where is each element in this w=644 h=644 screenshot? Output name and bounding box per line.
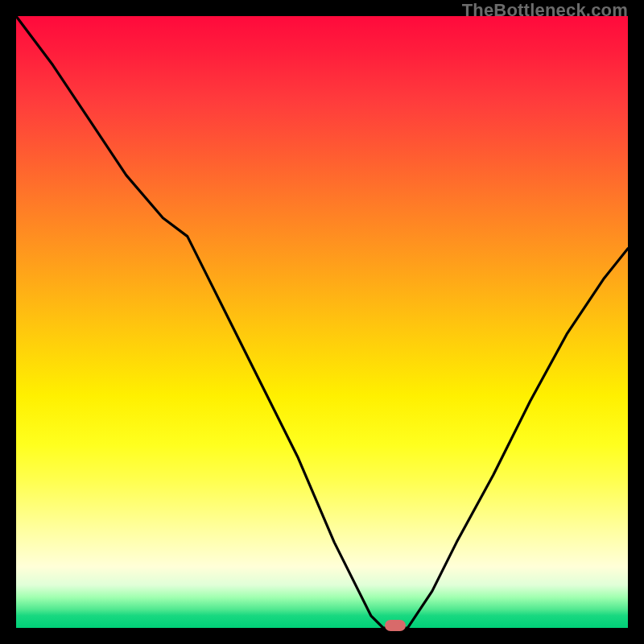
bottleneck-curve bbox=[16, 16, 628, 628]
optimal-marker bbox=[385, 620, 406, 631]
curve-svg bbox=[16, 16, 628, 628]
plot-area bbox=[16, 16, 628, 628]
watermark-text: TheBottleneck.com bbox=[462, 0, 628, 21]
